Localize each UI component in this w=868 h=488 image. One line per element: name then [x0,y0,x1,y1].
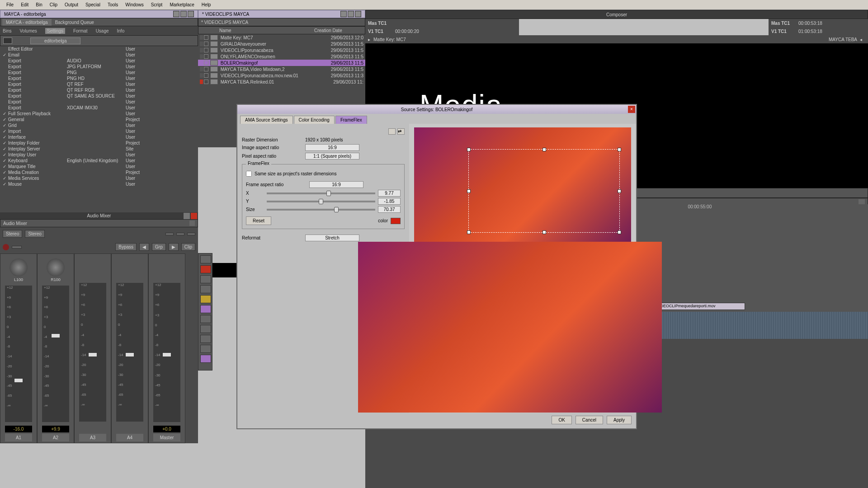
bypass-btn[interactable]: Bypass [115,243,137,251]
clip-btn[interactable]: Clip [181,243,195,251]
btn-settings[interactable]: Settings [45,28,65,34]
mixer-min-icon[interactable] [184,213,190,219]
pixel-aspect-dropdown[interactable]: 1:1 (Square pixels) [305,153,359,160]
menu-script[interactable]: Script [147,1,166,8]
track-label[interactable]: A1 [5,434,32,441]
btn-volumes[interactable]: Volumes [19,28,37,33]
source-preview[interactable] [414,127,631,249]
fader[interactable]: +12+9+6+30-4-8-14-20-30-45-65-∞ [5,286,32,422]
bin-row[interactable]: MAYCA TEBA.Relinked.0129/06/2013 11: [198,79,365,85]
y-slider-track[interactable] [267,201,375,202]
track-label[interactable]: A2 [42,434,69,441]
bin-row[interactable]: BOLEROmakingof29/06/2013 11:5 [198,60,365,66]
bin-min-icon[interactable] [340,11,347,17]
tab-frameflex[interactable]: FrameFlex [335,116,367,124]
settings-row[interactable]: ✓KeyboardEnglish (United Kingdom)User [0,158,198,164]
menu-file[interactable]: File [3,1,17,8]
bin-tab[interactable]: * VIDEOCLIPS MAYCA [201,20,248,25]
tool-icon-red[interactable] [200,265,211,273]
loop-icon[interactable] [12,246,22,249]
settings-row[interactable]: ExportQT REF RGBUser [0,87,198,93]
link-icon[interactable] [388,128,396,135]
menu-special[interactable]: Special [82,1,104,8]
settings-row[interactable]: ✓GeneralProject [0,117,198,122]
settings-row[interactable]: ✓Interplay UserUser [0,152,198,158]
bin-row[interactable]: VIDEOCLIPporunacabeza.mov.new.0129/06/20… [198,72,365,79]
timeline-clip[interactable]: VIDEOCLIPmequedareporti.mov [655,303,745,310]
tab-bgqueue[interactable]: Background Queue [52,19,98,26]
tool-icon-purple[interactable] [200,305,211,313]
track-label[interactable]: A3 [79,434,106,441]
size-slider-track[interactable] [267,209,375,211]
x-slider-track[interactable] [267,192,375,194]
settings-row[interactable]: ExportPNGUser [0,70,198,75]
bin-col-date[interactable]: Creation Date [314,28,342,33]
x-value[interactable]: 9.77 [378,190,401,197]
tab-ama[interactable]: AMA Source Settings [240,116,293,124]
record-icon[interactable] [3,244,9,250]
close-icon[interactable] [188,11,194,17]
settings-row[interactable]: ✓Full Screen PlaybackUser [0,111,198,117]
bin-row[interactable]: ONLYFLAMENCOresumen29/06/2013 11:5 [198,53,365,60]
tab-color-encoding[interactable]: Color Encoding [294,116,335,124]
user-dropdown[interactable]: editorbelga [30,38,80,44]
btn-bins[interactable]: Bins [3,28,11,33]
bin-row[interactable]: MAYCA TEBA,Video Mixdown,229/06/2013 11:… [198,66,365,72]
menu-clip[interactable]: Clip [46,1,61,8]
y-value[interactable]: -1.85 [378,198,401,205]
btn-format[interactable]: Format [73,28,88,33]
settings-row[interactable]: ✓ImportUser [0,128,198,134]
tool-icon-3[interactable] [200,285,211,293]
settings-row[interactable]: ✓EmailUser [0,52,198,58]
bypass-prev-icon[interactable]: ◀ [139,243,149,251]
settings-row[interactable]: ExportAUDIOUser [0,58,198,64]
tool-icon-purple-2[interactable] [200,355,211,363]
grp-next-icon[interactable]: ▶ [169,243,179,251]
fader[interactable]: +12+9+6+30-4-8-14-20-30-45-65-∞ [42,286,69,422]
tool-icon[interactable] [200,255,211,263]
reset-button[interactable]: Reset [246,216,271,225]
menu-bin[interactable]: Bin [32,1,46,8]
bin-row[interactable]: Matte Key: MC729/06/2013 12:0 [198,34,365,41]
settings-row[interactable]: ✓InterfaceUser [0,134,198,140]
dialog-close-icon[interactable]: × [628,106,635,113]
settings-row[interactable]: ✓Marquee TitleUser [0,164,198,169]
swap-icon[interactable]: ⇄ [397,128,405,135]
fader[interactable]: +12+9+6+30-4-8-14-20-30-45-65-∞ [79,283,106,422]
size-value[interactable]: 70.37 [378,206,401,213]
mixer-opt-icon-2[interactable] [176,233,184,235]
reformat-dropdown[interactable]: Stretch [305,235,359,241]
btn-usage[interactable]: Usage [96,28,109,33]
stereo-btn-2[interactable]: Stereo [25,230,44,238]
settings-row[interactable]: ✓MouseUser [0,181,198,187]
bin-row[interactable]: VIDEOCLIPporunacabeza29/06/2013 11:5 [198,47,365,53]
tool-icon-7[interactable] [200,345,211,353]
bin-max-icon[interactable] [348,11,354,17]
mixer-tab[interactable]: Audio Mixer [3,221,27,226]
mixer-close-icon[interactable] [191,213,197,219]
bin-col-name[interactable]: Name [219,28,314,33]
settings-row[interactable]: ExportJPG PLATFORMUser [0,64,198,70]
same-size-checkbox[interactable] [246,171,252,177]
frame-aspect-dropdown[interactable]: 16:9 [309,181,363,188]
stereo-btn-1[interactable]: Stereo [3,230,22,238]
menu-tools[interactable]: Tools [104,1,122,8]
bin-row[interactable]: GIRALDAhaveyouever29/06/2013 11:5 [198,41,365,47]
tool-icon-5[interactable] [200,325,211,333]
maximize-icon[interactable] [180,11,187,17]
settings-row[interactable]: ✓Interplay ServerSite [0,146,198,152]
mixer-opt-icon-1[interactable] [165,233,174,235]
settings-row[interactable]: ✓Media ServicesUser [0,175,198,181]
tool-icon-2[interactable] [200,275,211,283]
tab-project[interactable]: MAYCA - editorbelga [2,19,52,26]
track-label[interactable]: A4 [116,434,143,441]
minimize-icon[interactable] [173,11,179,17]
btn-info[interactable]: Info [117,28,125,33]
settings-row[interactable]: ExportXDCAM IMX30User [0,105,198,111]
frameflex-selection[interactable] [468,149,620,233]
result-preview[interactable] [414,260,631,382]
tool-icon-yellow[interactable] [200,295,211,303]
fader[interactable]: +12+9+6+30-4-8-14-20-30-45-65-∞ [153,283,180,422]
tool-icon-6[interactable] [200,335,211,343]
fader[interactable]: +12+9+6+30-4-8-14-20-30-45-65-∞ [116,283,143,422]
